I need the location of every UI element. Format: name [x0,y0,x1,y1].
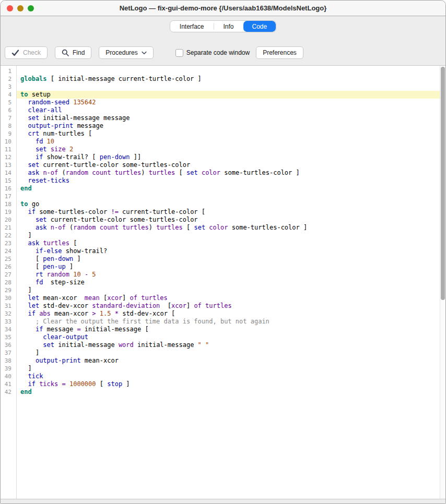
code-token: std-dev-xcor [ [119,310,175,317]
code-token: ask [36,224,47,231]
code-line[interactable]: reset-ticks [17,177,440,185]
code-token: ask [28,239,39,247]
separate-code-window-option: Separate code window [175,49,250,57]
code-line[interactable]: [ pen-down ] [17,255,440,263]
code-line[interactable]: if abs mean-xcor > 1.5 * std-dev-xcor [ [17,310,440,318]
find-button[interactable]: Find [55,46,91,59]
code-token: if [28,310,35,317]
code-line[interactable]: end [17,185,440,193]
code-token: * [115,310,119,317]
code-line[interactable]: let mean-xcor mean [xcor] of turtles [17,294,440,302]
line-number: 29 [1,286,16,294]
code-line[interactable]: crt num-turtles [ [17,130,440,138]
separate-code-window-checkbox[interactable] [175,49,183,57]
code-line[interactable]: clear-output [17,333,440,341]
line-number: 1 [1,67,16,75]
tab-code[interactable]: Code [243,21,276,32]
code-line[interactable]: if message = initial-message [ [17,326,440,333]
code-token: [ [20,255,43,262]
code-line[interactable]: fd step-size [17,279,440,286]
line-number: 14 [1,169,16,177]
code-token: mean-xcor [81,357,119,364]
minimize-window-button[interactable] [17,5,24,11]
code-token: ] [20,349,39,356]
tab-info[interactable]: Info [214,21,243,32]
traffic-lights [7,5,34,11]
line-number: 12 [1,153,16,161]
line-number: 32 [1,310,16,318]
code-line[interactable]: set initial-message word initial-message… [17,341,440,349]
code-line[interactable]: random-seed 135642 [17,99,440,106]
code-token: initial-message [134,341,198,349]
code-line[interactable]: clear-all [17,106,440,114]
code-line[interactable]: globals [ initial-message current-turtle… [17,75,440,83]
code-line[interactable]: to setup [17,91,440,99]
preferences-button[interactable]: Preferences [256,46,303,59]
procedures-dropdown[interactable]: Procedures [99,46,153,59]
code-line[interactable]: end [17,388,440,396]
check-button[interactable]: Check [5,46,48,59]
zoom-window-button[interactable] [28,5,34,11]
code-line[interactable]: output-print mean-xcor [17,357,440,365]
code-token: current-turtle-color some-turtles-color [47,216,198,223]
code-token [47,224,51,231]
code-line[interactable]: rt random 10 - 5 [17,271,440,279]
code-line[interactable] [17,193,440,200]
code-token: turtles [115,169,142,176]
code-token [20,380,28,388]
code-line[interactable]: set initial-message message [17,114,440,122]
code-line[interactable]: output-print message [17,122,440,130]
line-number: 40 [1,373,16,380]
tab-interface[interactable]: Interface [170,21,214,32]
line-number: 22 [1,232,16,239]
code-line[interactable]: ask n-of (random count turtles) turtles … [17,224,440,232]
code-line[interactable]: set current-turtle-color some-turtles-co… [17,216,440,224]
code-line[interactable]: if-else show-trail? [17,247,440,255]
code-token: pen-down [43,255,73,262]
code-editor[interactable]: 1234567891011121314151617181920212223242… [1,65,445,499]
code-line[interactable]: ask turtles [ [17,239,440,247]
code-token: tick [28,373,43,380]
line-number: 6 [1,106,16,114]
line-number: 33 [1,318,16,326]
line-number: 30 [1,294,16,302]
code-line[interactable]: ask n-of (random count turtles) turtles … [17,169,440,177]
code-token: end [20,185,32,192]
code-token: turtles [122,224,149,231]
scrollbar-thumb[interactable] [441,67,445,300]
line-number: 17 [1,193,16,200]
code-line[interactable]: ] [17,349,440,357]
code-line[interactable]: ] [17,365,440,373]
code-line[interactable]: let std-dev-xcor standard-deviation [xco… [17,302,440,310]
code-token [20,279,36,286]
code-token: mean-xcor [51,310,92,317]
code-line[interactable]: if show-trail? [ pen-down ]] [17,153,440,161]
code-line[interactable]: fd 10 [17,138,440,146]
code-line[interactable]: ] [17,286,440,294]
code-line[interactable]: to go [17,200,440,208]
code-lines[interactable]: globals [ initial-message current-turtle… [17,66,440,499]
code-line[interactable] [17,83,440,91]
code-line[interactable]: set size 2 [17,146,440,153]
code-line[interactable]: if some-turtles-color != current-turtle-… [17,208,440,216]
vertical-scrollbar[interactable] [440,66,445,499]
code-line[interactable] [17,67,440,75]
code-token [20,239,28,247]
code-line[interactable]: ; Clear the output the first time data i… [17,318,440,326]
code-line[interactable]: ] [17,232,440,239]
code-token: of [194,302,201,309]
code-token: [ [175,169,186,176]
code-token [20,224,36,231]
code-token: standard-deviation [92,302,160,309]
code-token: set [186,169,198,176]
code-line[interactable]: if ticks = 1000000 [ stop ] [17,380,440,388]
code-token [20,357,36,364]
code-line[interactable]: set current-turtle-color some-turtles-co… [17,161,440,169]
code-line[interactable]: tick [17,373,440,380]
code-token: ( [66,224,73,231]
code-token: set [43,341,54,349]
code-token: current-turtle-color some-turtles-color [39,161,190,169]
code-line[interactable]: [ pen-up ] [17,263,440,271]
code-token [96,310,100,317]
close-window-button[interactable] [7,5,13,11]
